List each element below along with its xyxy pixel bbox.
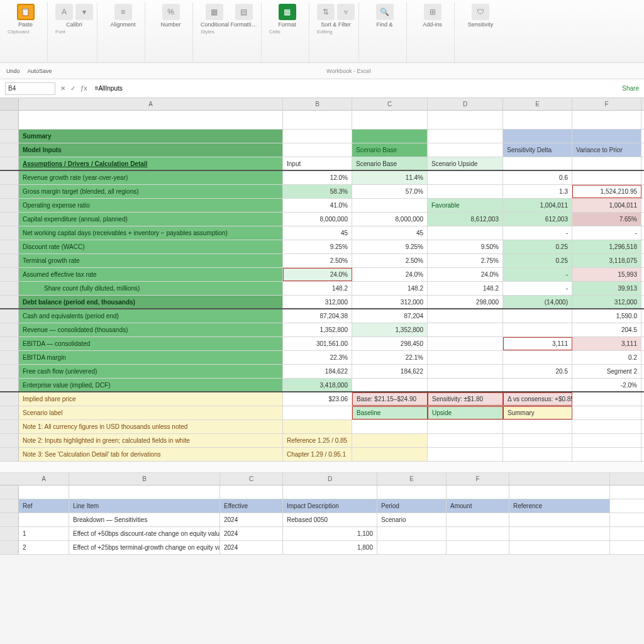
- row-header[interactable]: [0, 323, 19, 336]
- cell[interactable]: [503, 448, 572, 461]
- fx-icon[interactable]: ƒx: [80, 85, 87, 92]
- cell[interactable]: [428, 351, 503, 364]
- cell[interactable]: $23.06: [283, 392, 352, 406]
- cell[interactable]: 0.25: [503, 240, 572, 253]
- cell[interactable]: Note 3: See 'Calculation Detail' tab for…: [19, 448, 283, 461]
- cell[interactable]: 8,612,003: [428, 213, 503, 226]
- cell-header[interactable]: Scenario Upside: [428, 157, 503, 170]
- cell[interactable]: -: [503, 282, 572, 295]
- cell[interactable]: 87,204: [352, 309, 428, 323]
- row-header[interactable]: [0, 541, 19, 554]
- cell[interactable]: Debt balance (period end, thousands): [19, 296, 283, 308]
- cell[interactable]: Implied share price: [19, 392, 283, 406]
- cell[interactable]: [428, 365, 503, 378]
- cell[interactable]: 1,352,800: [283, 323, 352, 336]
- col-header[interactable]: A: [19, 473, 69, 485]
- cell[interactable]: 0.25: [503, 254, 572, 267]
- cell[interactable]: Scenario label: [19, 406, 283, 419]
- cell[interactable]: 3,118,075: [572, 254, 641, 267]
- align-icon[interactable]: ≡: [114, 4, 132, 20]
- cell[interactable]: Free cash flow (unlevered): [19, 365, 283, 378]
- row-header[interactable]: [0, 171, 19, 184]
- select-all-corner[interactable]: [0, 473, 19, 485]
- cell[interactable]: 2.50%: [352, 254, 428, 267]
- cell[interactable]: Scenario: [377, 513, 447, 526]
- ribbon-group-sens[interactable]: 🛡 Sensitivity: [458, 3, 502, 62]
- cell[interactable]: [572, 406, 641, 419]
- cell[interactable]: 3,111: [572, 337, 641, 350]
- col-header[interactable]: E: [503, 98, 572, 110]
- cell[interactable]: [352, 379, 428, 391]
- cell-header[interactable]: Line Item: [69, 499, 220, 513]
- row-header[interactable]: [0, 254, 19, 267]
- cell[interactable]: 2024: [220, 541, 283, 554]
- cell-header[interactable]: Assumptions / Drivers / Calculation Deta…: [19, 157, 283, 170]
- cell[interactable]: Effect of +25bps terminal-growth change …: [69, 541, 220, 554]
- cell[interactable]: [428, 323, 503, 336]
- cell[interactable]: (14,000): [503, 296, 572, 308]
- cell[interactable]: [503, 111, 572, 129]
- cell[interactable]: 1,004,011: [572, 199, 641, 212]
- cell[interactable]: [352, 448, 428, 461]
- cell[interactable]: 7.65%: [572, 213, 641, 226]
- cell[interactable]: 2.50%: [283, 254, 352, 267]
- cell[interactable]: [428, 226, 503, 240]
- cell[interactable]: -: [572, 226, 641, 240]
- cell[interactable]: Cash and equivalents (period end): [19, 309, 283, 323]
- col-header[interactable]: F: [572, 98, 641, 110]
- cell[interactable]: 298,450: [352, 337, 428, 350]
- col-header[interactable]: C: [352, 98, 428, 110]
- cell[interactable]: [428, 448, 503, 461]
- col-header[interactable]: F: [447, 473, 509, 485]
- cell[interactable]: Note 1: All currency figures in USD thou…: [19, 420, 283, 433]
- cell[interactable]: [428, 379, 503, 391]
- cell[interactable]: Breakdown — Sensitivities: [69, 513, 220, 526]
- cell[interactable]: 24.0%: [428, 268, 503, 281]
- cell[interactable]: [428, 420, 503, 433]
- cell-subtitle[interactable]: Model Inputs: [19, 143, 283, 157]
- cell[interactable]: Summary: [503, 406, 572, 419]
- cell[interactable]: [572, 448, 641, 461]
- cell[interactable]: [509, 513, 610, 526]
- cell[interactable]: 1,352,800: [352, 323, 428, 336]
- row-header[interactable]: [0, 337, 19, 350]
- cell[interactable]: -: [503, 268, 572, 281]
- col-header[interactable]: D: [428, 98, 503, 110]
- cell[interactable]: [503, 379, 572, 391]
- cell[interactable]: Note 2: Inputs highlighted in green; cal…: [19, 434, 283, 447]
- cell[interactable]: 1,800: [283, 541, 377, 554]
- cell[interactable]: [428, 111, 503, 129]
- cell[interactable]: 1: [19, 527, 69, 540]
- row-header[interactable]: [0, 420, 19, 433]
- cell[interactable]: 22.3%: [283, 351, 352, 364]
- ribbon-group-addins[interactable]: ⊞ Add-ins: [411, 3, 455, 62]
- cell[interactable]: 12.0%: [283, 171, 352, 184]
- sort-icon[interactable]: ⇅: [317, 4, 335, 20]
- cell[interactable]: [19, 513, 69, 526]
- cell[interactable]: [428, 171, 503, 184]
- cell[interactable]: 612,003: [503, 213, 572, 226]
- cell[interactable]: Δ vs consensus: +$0.85: [503, 392, 572, 406]
- cell[interactable]: [428, 130, 503, 143]
- cell[interactable]: 301,561.00: [283, 337, 352, 350]
- row-header[interactable]: [0, 143, 19, 157]
- formula-input[interactable]: [92, 82, 618, 95]
- col-header[interactable]: D: [283, 473, 377, 485]
- ribbon-group-styles[interactable]: ▦▤ Conditional Formatting Styles: [197, 3, 262, 62]
- cell[interactable]: Net working capital days (receivables + …: [19, 226, 283, 240]
- row-header[interactable]: [0, 392, 19, 406]
- cell[interactable]: Baseline: [352, 406, 428, 419]
- col-header[interactable]: B: [69, 473, 220, 485]
- cancel-icon[interactable]: ✕: [60, 85, 65, 92]
- cell[interactable]: [283, 486, 377, 499]
- row-header[interactable]: [0, 527, 19, 540]
- ribbon-group-find[interactable]: 🔍 Find &: [363, 3, 407, 62]
- cell[interactable]: Upside: [428, 406, 503, 419]
- cell-header[interactable]: Amount: [447, 499, 509, 513]
- cell[interactable]: 148.2: [283, 282, 352, 295]
- cell[interactable]: [572, 392, 641, 406]
- row-header[interactable]: [0, 379, 19, 391]
- row-header[interactable]: [0, 448, 19, 461]
- cell[interactable]: [447, 486, 509, 499]
- addin-icon[interactable]: ⊞: [424, 4, 441, 20]
